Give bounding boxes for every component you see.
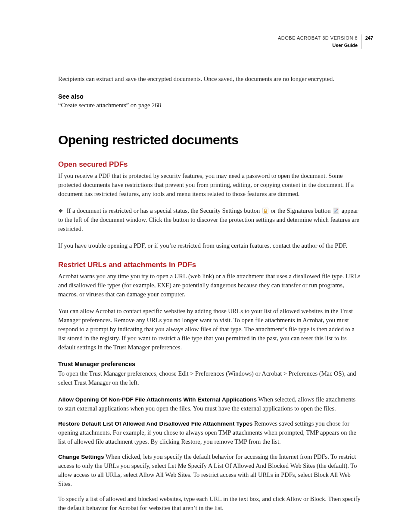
section3-final-para: To specify a list of allowed and blocked… xyxy=(58,495,361,513)
trust-manager-heading: Trust Manager preferences xyxy=(58,361,361,367)
see-also-heading: See also xyxy=(58,93,361,100)
section2-para1: Acrobat warns you any time you try to op… xyxy=(58,272,361,299)
document-page: ADOBE ACROBAT 3D VERSION 8 247 User Guid… xyxy=(0,0,411,532)
product-name: ADOBE ACROBAT 3D VERSION 8 xyxy=(278,35,358,40)
main-heading: Opening restricted documents xyxy=(58,133,361,147)
section-heading-open-secured: Open secured PDFs xyxy=(58,160,361,169)
doc-type: User Guide xyxy=(332,43,358,48)
section-heading-restrict-urls: Restrict URLs and attachments in PDFs xyxy=(58,261,361,269)
definition-change-settings: Change Settings When clicked, lets you s… xyxy=(58,452,361,488)
security-lock-icon xyxy=(262,208,268,214)
page-header: ADOBE ACROBAT 3D VERSION 8 247 User Guid… xyxy=(58,34,361,49)
definition-allow-opening: Allow Opening Of Non-PDF File Attachment… xyxy=(58,395,361,413)
definition-restore-default: Restore Default List Of Allowed And Disa… xyxy=(58,419,361,446)
section1-para1: If you receive a PDF that is protected b… xyxy=(58,171,361,199)
section1-bullet: ❖ If a document is restricted or has a s… xyxy=(58,206,361,233)
svg-rect-1 xyxy=(264,211,267,213)
def-label-restore-default: Restore Default List Of Allowed And Disa… xyxy=(58,420,252,427)
section1-para3: If you have trouble opening a PDF, or if… xyxy=(58,241,361,250)
signatures-icon xyxy=(333,208,339,214)
section3-para1: To open the Trust Manager preferences, c… xyxy=(58,369,361,387)
def-label-allow-opening: Allow Opening Of Non-PDF File Attachment… xyxy=(58,396,257,403)
bullet-marker-icon: ❖ xyxy=(58,208,63,214)
see-also-link[interactable]: “Create secure attachments” on page 268 xyxy=(58,102,361,109)
def-label-change-settings: Change Settings xyxy=(58,454,104,460)
intro-paragraph: Recipients can extract and save the encr… xyxy=(58,75,361,84)
page-number: 247 xyxy=(365,34,373,42)
bullet-text-mid: or the Signatures button xyxy=(271,207,332,214)
bullet-text-pre: If a document is restricted or has a spe… xyxy=(67,207,262,214)
section2-para2: You can allow Acrobat to contact specifi… xyxy=(58,307,361,352)
